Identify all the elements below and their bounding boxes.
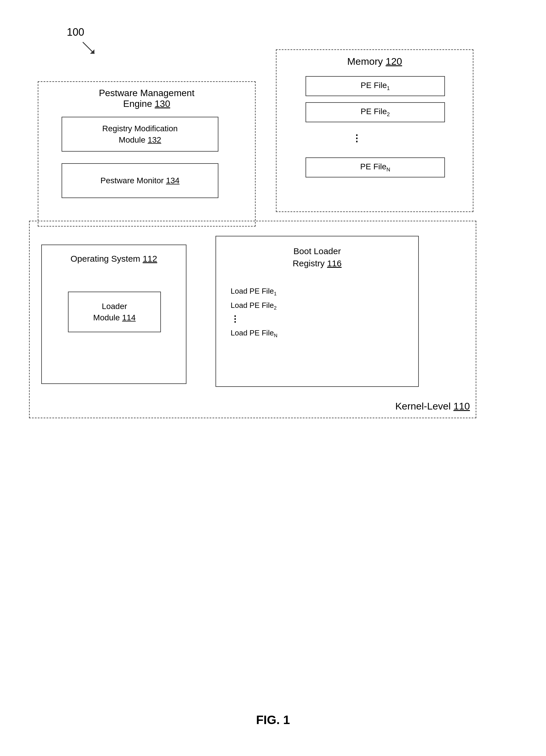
pe-file-2-box: PE File2	[306, 102, 445, 122]
memory-box: Memory 120 PE File1 PE File2 ⋮ PE FileN	[276, 49, 473, 212]
loader-module-box: LoaderModule 114	[68, 292, 161, 332]
pme-label: Pestware ManagementEngine 130	[99, 88, 194, 109]
ref-100-label: 100	[67, 26, 84, 38]
rmm-box: Registry ModificationModule 132	[62, 117, 218, 152]
os-box: Operating System 112 LoaderModule 114	[41, 245, 186, 384]
memory-label: Memory 120	[347, 56, 402, 67]
diagram: 100 Memory 120 PE File1 PE File2 ⋮ PE Fi…	[29, 23, 517, 662]
figure-label: FIG. 1	[256, 713, 290, 727]
kernel-level-box: Kernel-Level 110 Operating System 112 Lo…	[29, 221, 476, 418]
pe-file-n-box: PE FileN	[306, 157, 445, 177]
pestware-monitor-label: Pestware Monitor 134	[100, 176, 179, 185]
pestware-monitor-box: Pestware Monitor 134	[62, 163, 218, 198]
loader-module-label: LoaderModule 114	[93, 301, 136, 323]
os-label: Operating System 112	[71, 254, 157, 264]
memory-dots: ⋮	[352, 133, 361, 144]
pme-box: Pestware ManagementEngine 130 Registry M…	[38, 81, 256, 227]
pe-file-1-box: PE File1	[306, 76, 445, 96]
ref-100-arrow	[80, 39, 97, 57]
rmm-label: Registry ModificationModule 132	[102, 123, 178, 146]
boot-loader-registry-box: Boot LoaderRegistry 116 Load PE File1 Lo…	[215, 236, 419, 387]
kernel-label: Kernel-Level 110	[395, 401, 470, 412]
boot-loader-registry-label: Boot LoaderRegistry 116	[293, 245, 342, 270]
boot-loader-registry-contents: Load PE File1 Load PE File2 ⋮ Load PE Fi…	[231, 284, 277, 340]
